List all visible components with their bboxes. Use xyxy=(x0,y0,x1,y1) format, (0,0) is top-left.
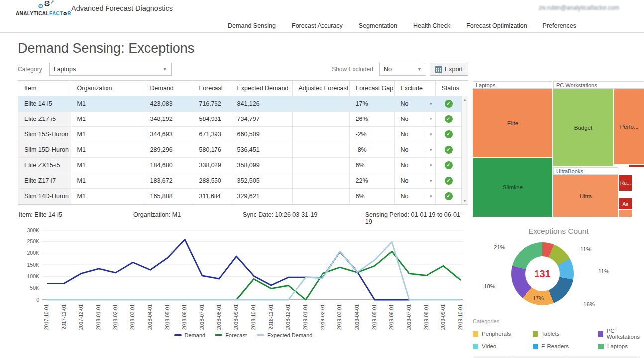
gears-icon: ⚙ ⚙ ⬈ xyxy=(16,0,68,11)
show-excluded-select[interactable]: No ▼ xyxy=(379,63,426,76)
cell-exclude[interactable]: No▾ xyxy=(394,157,435,173)
category-legend-item[interactable]: Laptops xyxy=(598,343,644,349)
cell-forecast-gap: 6% xyxy=(349,188,394,204)
category-swatch xyxy=(598,331,603,337)
treemap-group-pc-workstations[interactable]: PC Workstations xyxy=(553,81,644,89)
cell-adjusted-forecast xyxy=(292,96,349,111)
svg-text:2019-10-01: 2019-10-01 xyxy=(458,304,463,330)
status-ok-icon: ✓ xyxy=(445,130,453,138)
table-scrollbar[interactable]: ▲ ▼ xyxy=(461,96,468,204)
category-legend-item[interactable]: Peripherals xyxy=(473,328,533,340)
cell-expected-demand: 734,797 xyxy=(231,111,292,126)
treemap-tile-air[interactable]: Air xyxy=(619,198,632,209)
cell-forecast: 716,762 xyxy=(193,96,231,111)
svg-text:2018-12-01: 2018-12-01 xyxy=(285,304,291,330)
nav-forecast-accuracy[interactable]: Forecast Accuracy xyxy=(292,22,343,29)
col-item[interactable]: Item xyxy=(18,81,71,96)
col-forecast[interactable]: Forecast xyxy=(193,81,231,96)
nav-segmentation[interactable]: Segmentation xyxy=(359,22,397,29)
category-legend-item[interactable]: E-Readers xyxy=(533,343,598,349)
treemap-tile-ultra[interactable]: Ultra xyxy=(553,175,618,217)
cell-demand: 423,083 xyxy=(144,96,193,111)
nav-demand-sensing[interactable]: Demand Sensing xyxy=(228,22,276,29)
treemap-tile-sliver[interactable] xyxy=(629,165,644,167)
cell-status: ✓ xyxy=(435,142,462,157)
detail-item: Item: Elite 14-i5 xyxy=(19,211,133,225)
exceptions-total: 131 xyxy=(534,268,550,280)
cell-exclude[interactable]: No▾ xyxy=(394,188,435,204)
selection-detail-bar: Item: Elite 14-i5 Organization: M1 Sync … xyxy=(19,211,468,225)
treemap-tile-performance[interactable]: Perfo... xyxy=(614,89,644,164)
treemap-group-laptops[interactable]: Laptops xyxy=(473,81,552,89)
arrow-up-right-icon: ⬈ xyxy=(50,0,54,5)
table-row[interactable]: Slim 15S-HuronM1344,693671,393660,509-2%… xyxy=(18,126,462,142)
category-legend-item[interactable]: PC Workstations xyxy=(598,328,644,340)
treemap-tile-elite[interactable]: Elite xyxy=(473,89,552,157)
cell-adjusted-forecast xyxy=(292,142,349,157)
col-expected-demand[interactable]: Expected Demand xyxy=(231,81,292,96)
category-select-value: Laptops xyxy=(54,66,76,73)
col-demand[interactable]: Demand xyxy=(144,81,193,96)
svg-text:2018-01-01: 2018-01-01 xyxy=(96,304,101,330)
svg-text:2019-03-01: 2019-03-01 xyxy=(337,304,342,330)
nav-forecast-optimization[interactable]: Forecast Optimization xyxy=(466,22,527,29)
treemap-tile-ru[interactable]: Ru... xyxy=(619,175,632,191)
treemap-group-ultrabooks[interactable]: UltraBooks xyxy=(553,167,618,175)
nav-preferences[interactable]: Preferences xyxy=(543,22,576,29)
table-row[interactable]: Elite Z17-i5M1348,192584,931734,79726%No… xyxy=(18,111,462,126)
col-organization[interactable]: Organization xyxy=(71,81,144,96)
table-row[interactable]: Elite Z17-i7M1183,672288,550352,50522%No… xyxy=(18,173,462,188)
cell-item: Elite Z17-i5 xyxy=(18,111,71,126)
status-ok-icon: ✓ xyxy=(445,100,453,108)
treemap-tile-budget[interactable]: Budget xyxy=(553,89,613,166)
cell-exclude[interactable]: No▾ xyxy=(394,96,435,111)
user-email[interactable]: ziv.rubin@analyticalfactor.com xyxy=(539,4,619,11)
cell-exclude[interactable]: No▾ xyxy=(394,142,435,157)
treemap-tile-sliver[interactable] xyxy=(619,210,632,217)
svg-text:2018-04-01: 2018-04-01 xyxy=(147,304,153,330)
table-row[interactable]: Slim 15D-HuronM1289,296580,176536,451-8%… xyxy=(18,142,462,157)
chart-legend: DemandForecastExpected Demand xyxy=(18,332,468,338)
nav-health-check[interactable]: Health Check xyxy=(413,22,450,29)
col-exclude[interactable]: Exclude xyxy=(394,81,435,96)
treemap-tile-slimline[interactable]: Slimline xyxy=(473,158,552,217)
table-row[interactable]: Elite ZX15-i5M1184,680338,029358,0996%No… xyxy=(18,157,462,173)
table-row[interactable]: Elite 14-i5M1423,083716,762841,12617%No▾… xyxy=(18,96,462,111)
category-swatch xyxy=(473,344,478,349)
match-demand-button[interactable]: Match Demand xyxy=(512,356,568,358)
status-ok-icon: ✓ xyxy=(445,146,453,154)
svg-text:2018-11-01: 2018-11-01 xyxy=(268,304,274,329)
scroll-up-icon[interactable]: ▲ xyxy=(463,98,467,101)
svg-text:2017-12-01: 2017-12-01 xyxy=(78,304,84,330)
col-forecast-gap[interactable]: Forecast Gap xyxy=(349,81,394,96)
cell-exclude[interactable]: No▾ xyxy=(394,126,435,142)
cell-item: Slim 15S-Huron xyxy=(18,126,71,142)
chevron-down-icon: ▼ xyxy=(417,67,422,72)
export-button[interactable]: Export xyxy=(430,63,468,76)
category-legend-item[interactable]: Video xyxy=(473,343,533,349)
category-legend-item[interactable]: Tablets xyxy=(533,328,598,340)
redistribute-forecast-button[interactable]: Redistribute Forecast xyxy=(567,356,640,358)
status-ok-icon: ✓ xyxy=(445,177,453,185)
category-select[interactable]: Laptops ▼ xyxy=(49,63,172,76)
cell-exclude[interactable]: No▾ xyxy=(394,111,435,126)
table-header-row: Item Organization Demand Forecast Expect… xyxy=(18,81,462,96)
legend-item: Demand xyxy=(174,332,206,338)
cell-forecast: 311,684 xyxy=(193,188,231,204)
cell-expected-demand: 841,126 xyxy=(231,96,292,111)
cell-status: ✓ xyxy=(435,173,462,188)
svg-text:2018-05-01: 2018-05-01 xyxy=(165,304,170,330)
cell-exclude[interactable]: No▾ xyxy=(394,173,435,188)
col-adjusted-forecast[interactable]: Adjusted Forecast xyxy=(292,81,349,96)
gear-o-icon: ⚙ xyxy=(63,11,67,16)
cell-status: ✓ xyxy=(435,126,462,142)
page-title: Demand Sensing: Exceptions xyxy=(18,41,468,56)
status-ok-icon: ✓ xyxy=(445,115,453,123)
chevron-down-icon: ▾ xyxy=(426,117,432,121)
table-row[interactable]: Slim 14D-HuronM1165,888311,684329,6216%N… xyxy=(18,188,462,204)
scroll-down-icon[interactable]: ▼ xyxy=(463,199,467,203)
company-logo[interactable]: ⚙ ⚙ ⬈ AnalyticalFact⚙r xyxy=(16,0,68,16)
save-button[interactable]: Save xyxy=(473,356,512,358)
col-status[interactable]: Status xyxy=(435,81,462,96)
category-swatch xyxy=(473,331,478,337)
